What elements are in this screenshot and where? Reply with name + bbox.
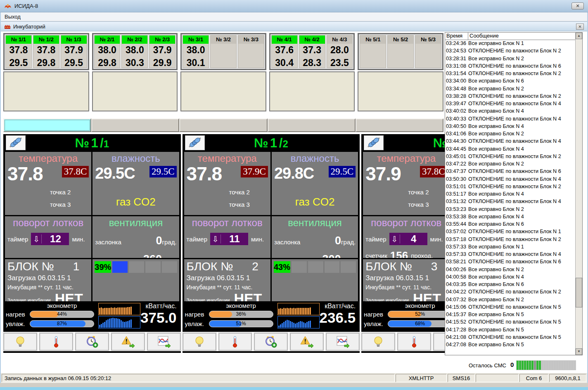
chart-export-button[interactable] [147, 333, 180, 350]
log-row[interactable]: 03:24:36 Все исправно Блок N 1 [445, 40, 575, 48]
thermometer-button[interactable] [219, 333, 252, 350]
section-tab[interactable] [268, 118, 356, 132]
progress-segment [129, 261, 144, 273]
log-row[interactable]: 03:55:44 Все исправно Блок N 6 [445, 221, 575, 229]
incubator-tile[interactable]: № 3/1 38.0 30.1 [183, 35, 209, 68]
log-row[interactable]: 03:47:22 Все исправно Блок N 2 [445, 161, 575, 168]
heating-bar: 52% [388, 311, 452, 318]
log-row[interactable]: 04:00:26 Все исправно Блок N 2 [445, 267, 575, 274]
log-row[interactable]: 03:28:31 Все исправно Блок N 2 [445, 56, 575, 63]
log-row[interactable]: 03:40:33 ОТКЛОНЕНИЕ по влажности Блок N … [445, 116, 575, 123]
menu-exit[interactable]: Выход [1, 13, 24, 21]
turner-icon-button[interactable] [6, 135, 26, 150]
alarm-log-button[interactable] [111, 333, 145, 350]
log-row[interactable]: 03:53:38 Все исправно Блок N 4 [445, 214, 575, 221]
lamp-icon [14, 336, 26, 348]
block-info-cell: БЛОК № 3 Загрузка 06.03.15 1 Инкубация *… [363, 259, 449, 301]
log-row[interactable]: 04:04:22 ОТКЛОНЕНИЕ по влажности Блок N … [445, 289, 575, 296]
incubator-tile[interactable]: № 3/2 [210, 35, 237, 68]
turner-icon-button[interactable] [185, 135, 205, 150]
spark-bar [111, 318, 112, 328]
incubator-tile[interactable]: № 1/3 37.9 29.5 [61, 35, 87, 68]
log-row[interactable]: 03:41:06 Все исправно Блок N 2 [445, 131, 575, 138]
log-row[interactable]: 03:34:48 Все исправно Блок N 2 [445, 86, 575, 93]
log-row[interactable]: 04:27:08 Все исправно Блок N 5 [445, 342, 575, 349]
log-row[interactable]: 03:40:02 Все исправно Блок N 4 [445, 108, 575, 116]
incubator-tile[interactable]: № 2/1 38.0 29.8 [94, 35, 121, 68]
incubator-tile[interactable]: № 2/3 37.9 29.9 [149, 35, 175, 68]
log-row[interactable]: 03:24:53 ОТКЛОНЕНИЕ по влажности Блок N … [445, 48, 575, 55]
log-row[interactable]: 03:57:02 ОТКЛОНЕНИЕ по влажности Блок N … [445, 229, 575, 236]
log-row[interactable]: 03:57:18 ОТКЛОНЕНИЕ по влажности Блок N … [445, 236, 575, 244]
log-row[interactable]: 03:58:21 ОТКЛОНЕНИЕ по влажности Блок N … [445, 259, 575, 266]
ventilation-cell: вентиляция заслонка 0 град. тахометр 360… [92, 216, 179, 258]
incubator-tile[interactable]: № 1/2 37.8 29.8 [33, 35, 59, 68]
log-row[interactable]: 03:51:01 ОТКЛОНЕНИЕ по влажности Блок N … [445, 184, 575, 191]
log-row[interactable]: 03:34:00 Все исправно Блок N 6 [445, 78, 575, 85]
heating-history-chart [98, 303, 140, 315]
lamp-button[interactable] [362, 333, 395, 350]
log-row[interactable]: 03:38:28 ОТКЛОНЕНИЕ по влажности Блок N … [445, 93, 575, 101]
log-row[interactable]: 03:53:23 Все исправно Блок N 2 [445, 206, 575, 214]
section-tab[interactable] [91, 118, 179, 132]
log-row[interactable]: 03:31:54 ОТКЛОНЕНИЕ по влажности Блок N … [445, 71, 575, 78]
incubator-tile[interactable]: № 4/3 28.0 23.5 [327, 35, 353, 68]
turner-icon-button[interactable] [364, 135, 384, 150]
incubator-tile[interactable]: № 3/3 [238, 35, 264, 68]
lamp-button[interactable] [183, 333, 216, 350]
log-row[interactable]: 03:44:45 Все исправно Блок N 4 [445, 146, 575, 154]
statusbar: Запись данных в журнал 06.09.15 05:20:12… [1, 373, 587, 383]
power-unit: кВатт/час. [140, 303, 177, 310]
timer-add-button[interactable] [76, 333, 109, 350]
incubator-tile[interactable]: № 2/2 38.0 30.3 [121, 35, 148, 68]
log-row[interactable]: 03:51:17 Все исправно Блок N 4 [445, 191, 575, 199]
incubator-tile[interactable]: № 4/1 37.6 30.4 [271, 35, 298, 68]
scroll-down-icon[interactable]: ▼ [576, 348, 582, 355]
scroll-up-icon[interactable]: ▲ [576, 33, 582, 39]
timer-box[interactable]: ⇩ 12 [31, 233, 69, 245]
incubator-tile[interactable]: № 4/2 37.3 28.3 [299, 35, 325, 68]
timer-add-button[interactable] [254, 333, 287, 350]
log-row[interactable]: 03:51:32 ОТКЛОНЕНИЕ по влажности Блок N … [445, 199, 575, 206]
incubator-tile[interactable]: № 5/3 [415, 35, 441, 68]
lamp-button[interactable] [4, 333, 37, 350]
incubator-tile[interactable]: № 1/1 37.8 29.5 [5, 35, 32, 68]
log-row[interactable]: 04:15:37 Все исправно Блок N 5 [445, 312, 575, 319]
log-row[interactable]: 04:21:08 ОТКЛОНЕНИЕ по влажности Блок N … [445, 334, 575, 342]
log-row[interactable]: 04:17:28 Все исправно Блок N 5 [445, 327, 575, 334]
log-row[interactable]: 03:50:30 ОТКЛОНЕНИЕ по влажности Блок N … [445, 176, 575, 184]
chart-export-button[interactable] [326, 333, 359, 350]
section-tab[interactable] [356, 118, 443, 132]
incubator-tile[interactable]: № 5/1 [360, 35, 386, 68]
temperature-label: температура [7, 153, 89, 164]
log-row[interactable]: 04:15:06 ОТКЛОНЕНИЕ по влажности Блок N … [445, 304, 575, 312]
thermometer-button[interactable] [398, 333, 431, 350]
log-row[interactable]: 03:44:30 ОТКЛОНЕНИЕ по влажности Блок N … [445, 138, 575, 146]
log-row[interactable]: 04:00:58 Все исправно Блок N 4 [445, 274, 575, 281]
section-tab[interactable] [3, 118, 91, 132]
log-row[interactable]: 03:57:33 ОТКЛОНЕНИЕ по влажности Блок N … [445, 251, 575, 259]
log-row[interactable]: 03:39:47 ОТКЛОНЕНИЕ по влажности Блок N … [445, 101, 575, 108]
log-row[interactable]: 04:15:52 ОТКЛОНЕНИЕ по влажности Блок N … [445, 319, 575, 326]
section-tab[interactable] [179, 118, 267, 132]
incubator-tile[interactable]: № 5/2 [387, 35, 414, 68]
log-col-message[interactable]: Сообщение [468, 33, 582, 40]
log-row[interactable]: 04:07:32 Все исправно Блок N 2 [445, 297, 575, 304]
thermometer-button[interactable] [40, 333, 73, 350]
timer-box[interactable]: ⇩ 11 [210, 233, 248, 245]
log-row[interactable]: 03:31:08 ОТКЛОНЕНИЕ по влажности Блок N … [445, 63, 575, 71]
timer-box[interactable]: ⇩ 4 [389, 233, 427, 245]
log-row[interactable]: 03:57:33 Все исправно Блок N 1 [445, 244, 575, 251]
log-row[interactable]: 03:40:50 Все исправно Блок N 4 [445, 123, 575, 131]
alarm-log-button[interactable] [290, 333, 323, 350]
log-row[interactable]: 03:47:37 ОТКЛОНЕНИЕ по влажности Блок N … [445, 168, 575, 176]
child-close-button[interactable]: ✕ [576, 24, 584, 30]
spark-bar [116, 308, 117, 314]
log-col-time[interactable]: Время [445, 33, 468, 40]
scroll-thumb[interactable] [576, 278, 582, 307]
spark-bar [109, 319, 110, 328]
log-scrollbar[interactable]: ▲ ▼ [575, 33, 582, 355]
log-row[interactable]: 04:03:35 Все исправно Блок N 6 [445, 281, 575, 289]
app-close-button[interactable]: ✕ [571, 2, 584, 9]
log-row[interactable]: 03:45:01 ОТКЛОНЕНИЕ по влажности Блок N … [445, 154, 575, 161]
